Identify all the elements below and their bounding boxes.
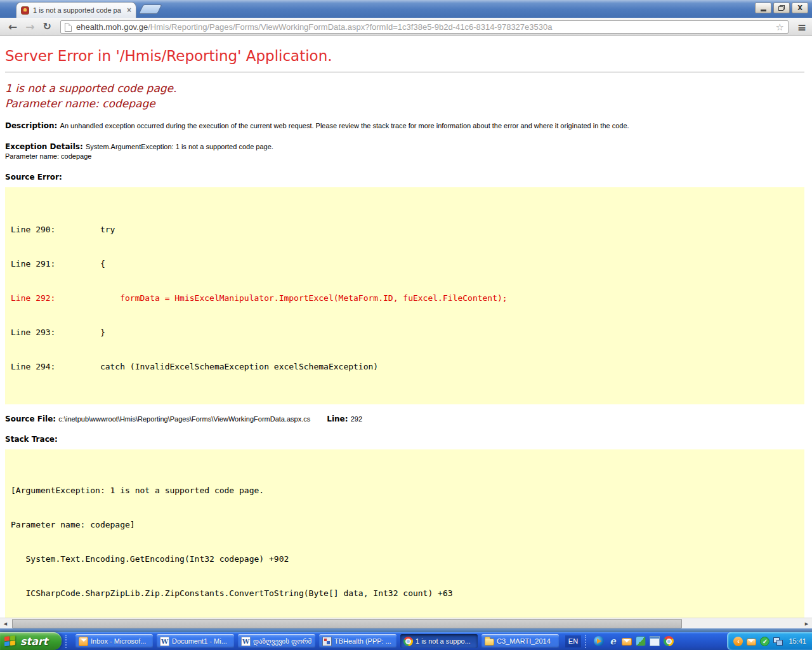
system-tray: ‹ ✓ 15:41 xyxy=(727,632,812,650)
exception-details-label: Exception Details: xyxy=(5,142,86,151)
outlook-icon xyxy=(79,637,88,646)
url-text: ehealth.moh.gov.ge/Hmis/Reporting/Pages/… xyxy=(76,22,772,32)
source-file-label: Source File: xyxy=(5,415,58,423)
error-page-title: Server Error in '/Hmis/Reporting' Applic… xyxy=(5,48,812,64)
word-icon: W xyxy=(160,637,169,646)
taskbar-task-document1[interactable]: W Document1 - Mi... xyxy=(157,634,234,648)
url-path: /Hmis/Reporting/Pages/Forms/ViewWorkingF… xyxy=(148,22,552,32)
outlook-icon[interactable] xyxy=(622,638,632,646)
task-label: დაზღვევის ფორმ... xyxy=(253,637,312,646)
close-button[interactable]: X xyxy=(792,3,808,13)
description-text: An unhandled exception occurred during t… xyxy=(60,122,629,129)
divider xyxy=(5,72,804,72)
exception-details-text: System.ArgumentException: 1 is not a sup… xyxy=(86,143,273,150)
restore-icon xyxy=(778,5,785,11)
source-line: Line 293: } xyxy=(11,327,804,338)
browser-titlebar: 1 is not a supported code pa × X xyxy=(0,0,812,18)
antivirus-ok-icon[interactable]: ✓ xyxy=(760,637,769,646)
scroll-right-button[interactable]: ▶ xyxy=(801,618,812,629)
ie-icon[interactable]: e xyxy=(608,636,618,646)
source-line-error: Line 292: formData = HmisExcelManipulato… xyxy=(11,293,804,304)
bookmark-star-icon[interactable]: ☆ xyxy=(776,22,784,33)
word-icon: W xyxy=(241,637,251,646)
network-icon[interactable] xyxy=(773,637,783,646)
source-file-line: Source File: c:\inetpub\wwwroot\Hmis\Rep… xyxy=(5,415,812,423)
minimize-button[interactable] xyxy=(755,3,771,13)
close-icon: X xyxy=(797,4,802,11)
taskbar-task-word-georgian[interactable]: W დაზღვევის ფორმ... xyxy=(238,634,315,648)
source-line: Line 294: catch (InvalidExcelSchemaExcep… xyxy=(11,361,804,373)
taskbar-clock[interactable]: 15:41 xyxy=(789,637,806,645)
taskbar-task-chrome-active[interactable]: 1 is not a suppo... xyxy=(400,634,478,648)
source-error-box: Line 290: try Line 291: { Line 292: form… xyxy=(5,187,804,404)
stack-trace-heading: Stack Trace: xyxy=(5,435,812,444)
error-subtitle-line2: Parameter name: codepage xyxy=(5,96,812,111)
taskbar-separator xyxy=(65,635,69,648)
start-label: start xyxy=(20,635,48,647)
horizontal-scrollbar[interactable]: ◀ ▶ xyxy=(0,618,812,628)
task-label: TBHealth (PPP: ... xyxy=(334,637,391,645)
scroll-left-button[interactable]: ◀ xyxy=(0,618,11,629)
window-controls: X xyxy=(755,3,808,13)
exception-param-text: Parameter name: codepage xyxy=(5,152,91,160)
site-favicon-icon xyxy=(21,6,29,15)
stack-line: System.Text.Encoding.GetEncoding(Int32 c… xyxy=(11,554,804,565)
description-line: Description: An unhandled exception occu… xyxy=(5,121,812,131)
source-line: Line 290: try xyxy=(11,224,804,235)
url-domain: ehealth.moh.gov.ge xyxy=(76,22,148,32)
quick-launch: e xyxy=(594,636,674,646)
source-line: Line 291: { xyxy=(11,258,804,270)
line-number-value: 292 xyxy=(351,415,362,423)
browser-window: 1 is not a supported code pa × X ← → ↻ e… xyxy=(0,0,812,632)
tab-close-icon[interactable]: × xyxy=(127,6,131,14)
stack-line: ICSharpCode.SharpZipLib.Zip.ZipConstants… xyxy=(11,588,804,599)
new-mail-icon[interactable] xyxy=(747,639,756,646)
chrome-icon[interactable] xyxy=(664,636,674,646)
media-player-icon[interactable] xyxy=(594,636,604,646)
messenger-icon[interactable] xyxy=(636,636,646,646)
stack-line: [ArgumentException: 1 is not a supported… xyxy=(11,485,804,496)
tbhealth-app-icon xyxy=(322,637,332,646)
reload-button[interactable]: ↻ xyxy=(43,22,51,32)
restore-button[interactable] xyxy=(773,3,790,13)
source-error-heading: Source Error: xyxy=(5,173,812,182)
language-indicator[interactable]: EN xyxy=(565,635,581,647)
taskbar-separator xyxy=(585,635,589,648)
error-subtitle-line1: 1 is not a supported code page. xyxy=(5,81,812,96)
browser-tab[interactable]: 1 is not a supported code pa × xyxy=(16,2,136,18)
task-label: Document1 - Mi... xyxy=(172,637,227,645)
tab-title: 1 is not a supported code pa xyxy=(33,6,124,14)
minimize-icon xyxy=(761,10,766,11)
taskbar-task-folder[interactable]: C3_MARTI_2014 xyxy=(481,634,559,648)
start-button[interactable]: start xyxy=(0,632,62,650)
stack-line: Parameter name: codepage] xyxy=(11,519,804,531)
new-tab-button[interactable] xyxy=(138,4,162,14)
stack-trace-box: [ArgumentException: 1 is not a supported… xyxy=(5,449,804,618)
taskbar-task-tbhealth[interactable]: TBHealth (PPP: ... xyxy=(319,634,396,648)
taskbar: start Inbox - Microsof... W Document1 - … xyxy=(0,632,812,650)
address-bar[interactable]: ehealth.moh.gov.ge/Hmis/Reporting/Pages/… xyxy=(60,20,789,34)
browser-toolbar: ← → ↻ ehealth.moh.gov.ge/Hmis/Reporting/… xyxy=(0,18,812,36)
line-number-label: Line: xyxy=(327,415,350,423)
notepad-icon[interactable] xyxy=(650,636,660,646)
taskbar-task-inbox[interactable]: Inbox - Microsof... xyxy=(75,634,153,648)
source-file-path: c:\inetpub\wwwroot\Hmis\Reporting\Pages\… xyxy=(58,415,310,423)
windows-logo-icon xyxy=(4,635,16,647)
error-subtitle: 1 is not a supported code page. Paramete… xyxy=(5,81,812,111)
collapse-chevron-icon[interactable]: ‹ xyxy=(733,637,743,646)
task-label: Inbox - Microsof... xyxy=(91,637,146,645)
description-label: Description: xyxy=(5,121,60,130)
folder-icon xyxy=(485,639,494,646)
forward-button[interactable]: → xyxy=(25,22,34,32)
task-label: 1 is not a suppo... xyxy=(416,637,471,645)
error-page-content: Server Error in '/Hmis/Reporting' Applic… xyxy=(0,36,812,618)
page-icon xyxy=(65,23,72,32)
task-label: C3_MARTI_2014 xyxy=(497,637,551,645)
chrome-icon xyxy=(403,637,413,646)
scrollbar-thumb[interactable] xyxy=(12,619,682,628)
exception-details-line: Exception Details: System.ArgumentExcept… xyxy=(5,142,812,161)
chrome-menu-icon[interactable]: ≡ xyxy=(797,21,806,34)
back-button[interactable]: ← xyxy=(8,22,17,32)
